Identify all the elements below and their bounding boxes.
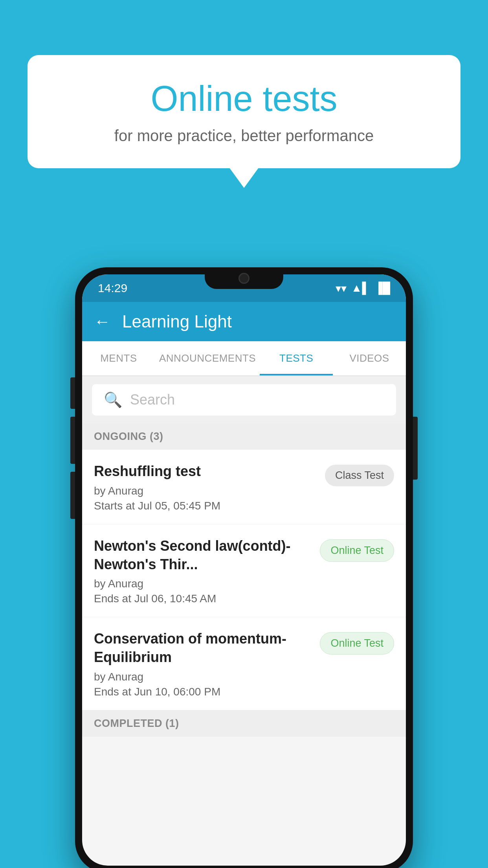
test-date-2: Ends at Jul 06, 10:45 AM <box>94 592 312 605</box>
test-item[interactable]: Reshuffling test by Anurag Starts at Jul… <box>82 450 406 524</box>
search-container: 🔍 Search <box>82 376 406 423</box>
test-list: Reshuffling test by Anurag Starts at Jul… <box>82 450 406 710</box>
side-button-vol-down <box>70 472 75 519</box>
signal-icon: ▲▌ <box>351 282 370 294</box>
online-tests-title: Online tests <box>59 79 429 119</box>
phone-screen: 14:29 ▾▾ ▲▌ ▐█ ← Learning Light MENTS AN… <box>82 274 406 866</box>
test-author-3: by Anurag <box>94 671 312 683</box>
completed-section-header: COMPLETED (1) <box>82 710 406 737</box>
test-badge-3: Online Test <box>320 632 394 655</box>
status-time: 14:29 <box>98 281 127 295</box>
test-name-1: Reshuffling test <box>94 462 317 481</box>
battery-icon: ▐█ <box>374 282 390 294</box>
app-title: Learning Light <box>122 312 232 331</box>
test-info-2: Newton's Second law(contd)-Newton's Thir… <box>94 537 320 605</box>
test-badge-1: Class Test <box>325 465 394 486</box>
tab-announcements[interactable]: ANNOUNCEMENTS <box>155 341 260 375</box>
ongoing-section-header: ONGOING (3) <box>82 423 406 450</box>
test-item[interactable]: Conservation of momentum-Equilibrium by … <box>82 617 406 710</box>
test-author-1: by Anurag <box>94 485 317 497</box>
phone-camera <box>238 273 250 284</box>
test-item[interactable]: Newton's Second law(contd)-Newton's Thir… <box>82 524 406 618</box>
search-icon: 🔍 <box>104 391 122 408</box>
phone-mockup: 14:29 ▾▾ ▲▌ ▐█ ← Learning Light MENTS AN… <box>75 267 413 868</box>
side-button-right <box>413 417 418 480</box>
phone-notch <box>205 267 283 289</box>
test-date-1: Starts at Jul 05, 05:45 PM <box>94 500 317 512</box>
status-icons: ▾▾ ▲▌ ▐█ <box>336 282 390 295</box>
tab-ments[interactable]: MENTS <box>82 341 155 375</box>
wifi-icon: ▾▾ <box>336 282 347 295</box>
speech-bubble: Online tests for more practice, better p… <box>28 55 460 168</box>
test-date-3: Ends at Jun 10, 06:00 PM <box>94 686 312 698</box>
side-button-vol-up <box>70 417 75 464</box>
ongoing-section-title: ONGOING (3) <box>94 430 163 442</box>
tabs-container: MENTS ANNOUNCEMENTS TESTS VIDEOS <box>82 341 406 376</box>
phone-outer: 14:29 ▾▾ ▲▌ ▐█ ← Learning Light MENTS AN… <box>75 267 413 868</box>
test-author-2: by Anurag <box>94 577 312 590</box>
test-info-3: Conservation of momentum-Equilibrium by … <box>94 630 320 698</box>
app-bar: ← Learning Light <box>82 302 406 341</box>
search-bar[interactable]: 🔍 Search <box>92 384 396 416</box>
side-button-power <box>70 377 75 409</box>
tab-tests[interactable]: TESTS <box>260 341 333 375</box>
test-info-1: Reshuffling test by Anurag Starts at Jul… <box>94 462 325 512</box>
completed-section-title: COMPLETED (1) <box>94 717 179 729</box>
online-tests-subtitle: for more practice, better performance <box>59 127 429 145</box>
search-input[interactable]: Search <box>130 392 175 408</box>
test-name-2: Newton's Second law(contd)-Newton's Thir… <box>94 537 312 574</box>
speech-bubble-container: Online tests for more practice, better p… <box>28 55 460 168</box>
test-badge-2: Online Test <box>320 539 394 562</box>
tab-videos[interactable]: VIDEOS <box>333 341 406 375</box>
test-name-3: Conservation of momentum-Equilibrium <box>94 630 312 667</box>
back-button[interactable]: ← <box>94 312 110 331</box>
